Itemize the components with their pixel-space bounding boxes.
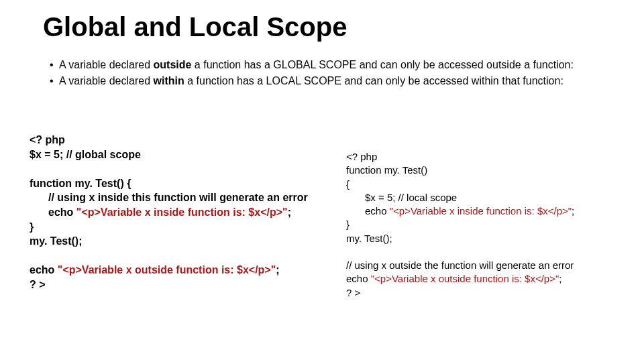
slide-title: Global and Local Scope [43,12,347,42]
code-string: "<p>Variable x inside function is: $x</p… [390,205,572,217]
code-frag: echo [346,205,390,217]
code-line: echo "<p>Variable x outside function is:… [346,272,628,286]
code-line: $x = 5; // local scope [346,191,628,204]
code-frag: ; [288,206,291,218]
bullet-post: a function has a GLOBAL SCOPE and can on… [191,59,574,70]
code-line: $x = 5; // global scope [30,147,325,162]
code-string: "<p>Variable x outside function is: $x</… [371,273,559,284]
bullet-item: • A variable declared within a function … [50,74,617,88]
bullet-strong: within [154,75,184,86]
code-line: <? php [30,133,325,147]
code-string: "<p>Variable x outside function is: $x</… [58,264,276,276]
code-line: ? > [30,278,325,292]
slide: Global and Local Scope • A variable decl… [0,0,644,362]
code-line: function my. Test() [346,164,628,177]
code-frag: echo [346,273,371,284]
bullet-post: a function has a LOCAL SCOPE and can onl… [184,75,564,86]
code-line: // using x inside this function will gen… [30,190,325,205]
code-line: <? php [346,150,628,164]
code-line: echo "<p>Variable x inside function is: … [30,205,325,220]
code-line: } [346,218,628,231]
code-block-local: <? php function my. Test() { $x = 5; // … [346,150,628,300]
code-frag: ; [572,205,574,217]
bullet-pre: A variable declared [59,59,154,70]
code-line: // using x outside the function will gen… [346,259,628,272]
code-line: function my. Test() { [30,176,325,191]
code-line: } [30,220,325,235]
bullet-list: • A variable declared outside a function… [50,58,617,90]
bullet-text: A variable declared outside a function h… [59,58,574,72]
code-string: "<p>Variable x inside function is: $x</p… [76,206,288,218]
code-line: { [346,178,628,191]
code-block-global: <? php $x = 5; // global scope function … [30,133,325,292]
code-frag: ; [276,264,279,276]
code-line: echo "<p>Variable x inside function is: … [346,204,628,218]
bullet-item: • A variable declared outside a function… [50,58,617,72]
code-frag: ; [559,273,561,284]
bullet-dot: • [50,58,59,72]
code-frag: echo [30,264,58,276]
bullet-pre: A variable declared [59,75,154,86]
bullet-strong: outside [154,59,192,70]
code-line: echo "<p>Variable x outside function is:… [30,263,325,278]
bullet-dot: • [50,74,59,88]
code-frag: echo [30,206,76,218]
code-line: my. Test(); [346,232,628,245]
code-line: ? > [346,286,628,300]
bullet-text: A variable declared within a function ha… [59,74,564,88]
code-line: my. Test(); [30,234,325,249]
